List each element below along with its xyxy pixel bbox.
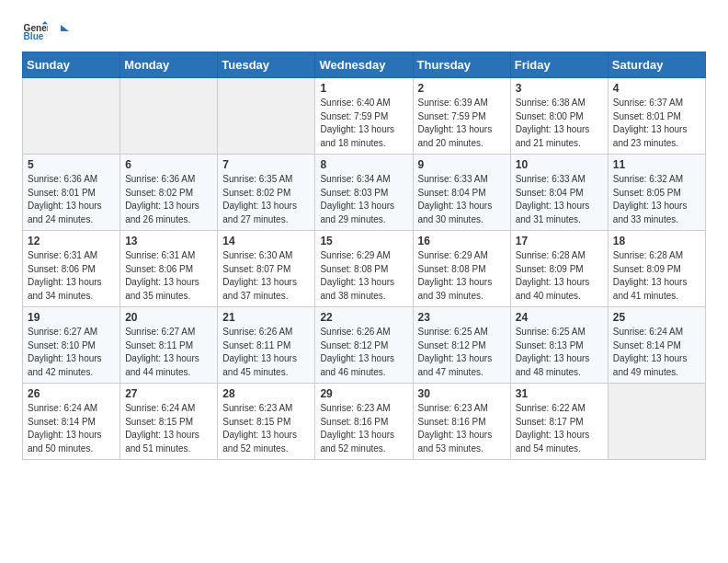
calendar-cell: 28Sunrise: 6:23 AM Sunset: 8:15 PM Dayli… bbox=[218, 384, 315, 460]
day-number: 25 bbox=[613, 311, 700, 324]
day-number: 6 bbox=[125, 158, 212, 171]
calendar-cell: 16Sunrise: 6:29 AM Sunset: 8:08 PM Dayli… bbox=[413, 231, 510, 307]
calendar-header-row: SundayMondayTuesdayWednesdayThursdayFrid… bbox=[23, 52, 706, 78]
day-number: 30 bbox=[418, 387, 506, 400]
calendar-cell: 3Sunrise: 6:38 AM Sunset: 8:00 PM Daylig… bbox=[510, 78, 608, 155]
calendar-cell: 4Sunrise: 6:37 AM Sunset: 8:01 PM Daylig… bbox=[608, 78, 705, 155]
day-header-sunday: Sunday bbox=[23, 52, 120, 78]
svg-marker-2 bbox=[61, 25, 69, 31]
calendar-cell: 24Sunrise: 6:25 AM Sunset: 8:13 PM Dayli… bbox=[510, 307, 608, 384]
calendar-cell: 15Sunrise: 6:29 AM Sunset: 8:08 PM Dayli… bbox=[315, 231, 413, 307]
day-number: 3 bbox=[516, 82, 603, 95]
day-number: 22 bbox=[320, 311, 407, 324]
calendar-cell: 14Sunrise: 6:30 AM Sunset: 8:07 PM Dayli… bbox=[218, 231, 315, 307]
day-number: 28 bbox=[222, 387, 310, 400]
calendar-week-row: 1Sunrise: 6:40 AM Sunset: 7:59 PM Daylig… bbox=[23, 78, 706, 155]
calendar-cell bbox=[218, 78, 315, 155]
day-number: 19 bbox=[28, 311, 115, 324]
day-number: 16 bbox=[418, 235, 506, 247]
calendar-week-row: 12Sunrise: 6:31 AM Sunset: 8:06 PM Dayli… bbox=[23, 231, 706, 307]
day-info: Sunrise: 6:33 AM Sunset: 8:04 PM Dayligh… bbox=[516, 173, 603, 226]
day-info: Sunrise: 6:31 AM Sunset: 8:06 PM Dayligh… bbox=[125, 249, 212, 303]
calendar-cell: 20Sunrise: 6:27 AM Sunset: 8:11 PM Dayli… bbox=[120, 307, 218, 384]
logo: General Blue bbox=[22, 18, 70, 44]
calendar-table: SundayMondayTuesdayWednesdayThursdayFrid… bbox=[22, 52, 706, 460]
day-number: 2 bbox=[418, 82, 506, 95]
logo-wing-icon bbox=[52, 23, 69, 40]
day-info: Sunrise: 6:28 AM Sunset: 8:09 PM Dayligh… bbox=[516, 249, 603, 303]
day-info: Sunrise: 6:23 AM Sunset: 8:16 PM Dayligh… bbox=[418, 402, 506, 455]
day-number: 27 bbox=[125, 387, 212, 400]
day-number: 26 bbox=[28, 387, 115, 400]
day-number: 5 bbox=[28, 158, 115, 171]
day-number: 31 bbox=[516, 387, 603, 400]
day-number: 1 bbox=[320, 82, 407, 95]
calendar-cell: 8Sunrise: 6:34 AM Sunset: 8:03 PM Daylig… bbox=[315, 155, 413, 231]
day-info: Sunrise: 6:33 AM Sunset: 8:04 PM Dayligh… bbox=[418, 173, 506, 226]
calendar-cell bbox=[608, 384, 705, 460]
day-info: Sunrise: 6:27 AM Sunset: 8:10 PM Dayligh… bbox=[28, 326, 115, 379]
calendar-cell: 11Sunrise: 6:32 AM Sunset: 8:05 PM Dayli… bbox=[608, 155, 705, 231]
day-number: 14 bbox=[222, 235, 310, 247]
calendar-week-row: 26Sunrise: 6:24 AM Sunset: 8:14 PM Dayli… bbox=[23, 384, 706, 460]
day-header-tuesday: Tuesday bbox=[218, 52, 315, 78]
day-info: Sunrise: 6:36 AM Sunset: 8:02 PM Dayligh… bbox=[125, 173, 212, 226]
day-info: Sunrise: 6:25 AM Sunset: 8:13 PM Dayligh… bbox=[516, 326, 603, 379]
calendar-cell: 9Sunrise: 6:33 AM Sunset: 8:04 PM Daylig… bbox=[413, 155, 510, 231]
day-header-monday: Monday bbox=[120, 52, 218, 78]
day-number: 15 bbox=[320, 235, 407, 247]
day-header-friday: Friday bbox=[510, 52, 608, 78]
calendar-cell: 13Sunrise: 6:31 AM Sunset: 8:06 PM Dayli… bbox=[120, 231, 218, 307]
day-info: Sunrise: 6:23 AM Sunset: 8:16 PM Dayligh… bbox=[320, 402, 407, 455]
day-info: Sunrise: 6:40 AM Sunset: 7:59 PM Dayligh… bbox=[320, 97, 407, 150]
day-info: Sunrise: 6:24 AM Sunset: 8:15 PM Dayligh… bbox=[125, 402, 212, 455]
day-info: Sunrise: 6:35 AM Sunset: 8:02 PM Dayligh… bbox=[222, 173, 310, 226]
day-info: Sunrise: 6:26 AM Sunset: 8:11 PM Dayligh… bbox=[222, 326, 310, 379]
day-info: Sunrise: 6:31 AM Sunset: 8:06 PM Dayligh… bbox=[28, 249, 115, 303]
day-number: 23 bbox=[418, 311, 506, 324]
day-number: 21 bbox=[222, 311, 310, 324]
day-info: Sunrise: 6:30 AM Sunset: 8:07 PM Dayligh… bbox=[222, 249, 310, 303]
calendar-cell: 21Sunrise: 6:26 AM Sunset: 8:11 PM Dayli… bbox=[218, 307, 315, 384]
day-info: Sunrise: 6:26 AM Sunset: 8:12 PM Dayligh… bbox=[320, 326, 407, 379]
day-number: 29 bbox=[320, 387, 407, 400]
calendar-cell: 6Sunrise: 6:36 AM Sunset: 8:02 PM Daylig… bbox=[120, 155, 218, 231]
day-number: 24 bbox=[516, 311, 603, 324]
day-number: 18 bbox=[613, 235, 700, 247]
calendar-week-row: 19Sunrise: 6:27 AM Sunset: 8:10 PM Dayli… bbox=[23, 307, 706, 384]
day-number: 11 bbox=[613, 158, 700, 171]
day-header-saturday: Saturday bbox=[608, 52, 705, 78]
page-header: General Blue bbox=[22, 18, 706, 44]
day-header-thursday: Thursday bbox=[413, 52, 510, 78]
day-info: Sunrise: 6:29 AM Sunset: 8:08 PM Dayligh… bbox=[320, 249, 407, 303]
calendar-cell: 25Sunrise: 6:24 AM Sunset: 8:14 PM Dayli… bbox=[608, 307, 705, 384]
day-info: Sunrise: 6:38 AM Sunset: 8:00 PM Dayligh… bbox=[516, 97, 603, 150]
day-number: 13 bbox=[125, 235, 212, 247]
day-info: Sunrise: 6:22 AM Sunset: 8:17 PM Dayligh… bbox=[516, 402, 603, 455]
day-info: Sunrise: 6:29 AM Sunset: 8:08 PM Dayligh… bbox=[418, 249, 506, 303]
day-info: Sunrise: 6:34 AM Sunset: 8:03 PM Dayligh… bbox=[320, 173, 407, 226]
calendar-cell: 22Sunrise: 6:26 AM Sunset: 8:12 PM Dayli… bbox=[315, 307, 413, 384]
calendar-cell: 10Sunrise: 6:33 AM Sunset: 8:04 PM Dayli… bbox=[510, 155, 608, 231]
day-number: 8 bbox=[320, 158, 407, 171]
day-number: 9 bbox=[418, 158, 506, 171]
day-info: Sunrise: 6:23 AM Sunset: 8:15 PM Dayligh… bbox=[222, 402, 310, 455]
svg-text:Blue: Blue bbox=[24, 31, 44, 41]
day-info: Sunrise: 6:27 AM Sunset: 8:11 PM Dayligh… bbox=[125, 326, 212, 379]
calendar-cell: 5Sunrise: 6:36 AM Sunset: 8:01 PM Daylig… bbox=[23, 155, 120, 231]
calendar-week-row: 5Sunrise: 6:36 AM Sunset: 8:01 PM Daylig… bbox=[23, 155, 706, 231]
calendar-cell: 23Sunrise: 6:25 AM Sunset: 8:12 PM Dayli… bbox=[413, 307, 510, 384]
calendar-cell: 19Sunrise: 6:27 AM Sunset: 8:10 PM Dayli… bbox=[23, 307, 120, 384]
day-info: Sunrise: 6:37 AM Sunset: 8:01 PM Dayligh… bbox=[613, 97, 700, 150]
day-header-wednesday: Wednesday bbox=[315, 52, 413, 78]
calendar-cell: 1Sunrise: 6:40 AM Sunset: 7:59 PM Daylig… bbox=[315, 78, 413, 155]
calendar-cell: 30Sunrise: 6:23 AM Sunset: 8:16 PM Dayli… bbox=[413, 384, 510, 460]
day-info: Sunrise: 6:36 AM Sunset: 8:01 PM Dayligh… bbox=[28, 173, 115, 226]
day-info: Sunrise: 6:24 AM Sunset: 8:14 PM Dayligh… bbox=[28, 402, 115, 455]
calendar-cell: 2Sunrise: 6:39 AM Sunset: 7:59 PM Daylig… bbox=[413, 78, 510, 155]
day-number: 17 bbox=[516, 235, 603, 247]
day-number: 7 bbox=[222, 158, 310, 171]
calendar-cell: 31Sunrise: 6:22 AM Sunset: 8:17 PM Dayli… bbox=[510, 384, 608, 460]
calendar-cell: 17Sunrise: 6:28 AM Sunset: 8:09 PM Dayli… bbox=[510, 231, 608, 307]
day-number: 12 bbox=[28, 235, 115, 247]
